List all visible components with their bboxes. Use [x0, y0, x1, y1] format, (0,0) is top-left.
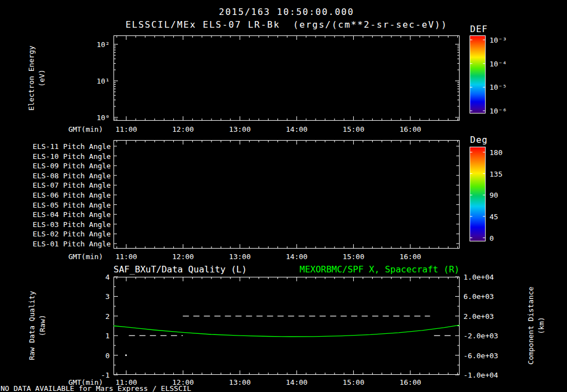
x-tick-label: 13:00 [229, 378, 251, 386]
energy-tick-labels: 10²10¹10⁰ [72, 35, 110, 121]
y-tick-label: ELS-10 Pitch Angle [33, 152, 111, 160]
y-tick-label: 180 [489, 148, 502, 156]
y-tick-label: ELS-04 Pitch Angle [33, 210, 111, 219]
y-tick-label: 10⁰ [97, 114, 110, 122]
y-tick-label: ELS-11 Pitch Angle [33, 142, 111, 151]
pitch-row-labels: ELS-11 Pitch AngleELS-10 Pitch AngleELS-… [22, 140, 111, 249]
y-tick-label: 135 [489, 169, 502, 178]
gmt-axis-label-1: GMT(min) [55, 125, 103, 133]
pitch-angle-panel [114, 140, 460, 249]
distance-axis-label: Component Distance (km) [526, 287, 547, 365]
def-colorbar [470, 35, 486, 114]
quality-distance-panel [114, 277, 460, 375]
y-tick-label: 0 [105, 351, 110, 359]
x-tick-label: 11:00 [115, 252, 137, 261]
y-tick-label: 3 [105, 292, 110, 301]
y-tick-label: -1.0e+04 [463, 371, 498, 379]
y-tick-label: 10⁻³ [489, 36, 507, 44]
gmt-axis-label-2: GMT(min) [55, 252, 103, 261]
x-tick-label: 14:00 [286, 125, 307, 133]
def-colorbar-frame [470, 35, 486, 114]
x-tick-label: 13:00 [229, 125, 251, 133]
deg-colorbar-frame [470, 147, 486, 241]
y-tick-label: 4 [105, 273, 110, 281]
distance-tick-labels: 1.0e+046.0e+032.0e+03-2.0e+03-6.0e+03-1.… [463, 277, 503, 375]
deg-colorbar-tick-labels: 18013590450 [489, 147, 524, 241]
right-series-title: MEXORBMC/SPF X, Spacecraft (R) [300, 264, 460, 275]
plot-title: ELSSCIL/MEx ELS-07 LR-Bk (ergs/(cm**2-sr… [114, 19, 460, 30]
quality-tick-labels: 43210-1 [83, 277, 110, 375]
left-series-title: SAF_BXuT/Data Quality (L) [114, 264, 247, 275]
def-colorbar-title: DEF [470, 24, 488, 34]
x-tick-label: 11:00 [115, 125, 137, 133]
bottom-panel-titles: SAF_BXuT/Data Quality (L) MEXORBMC/SPF X… [114, 264, 460, 275]
quality-axis-label: Raw Data Quality (Raw) [27, 291, 48, 360]
y-tick-label: 10¹ [97, 77, 110, 85]
x-tick-label: 16:00 [399, 125, 421, 133]
y-tick-label: 10⁻⁵ [489, 83, 507, 91]
y-tick-label: ELS-06 Pitch Angle [33, 191, 111, 199]
x-tick-label: 15:00 [343, 252, 364, 261]
y-tick-label: ELS-09 Pitch Angle [33, 162, 111, 170]
y-tick-label: 10⁻⁶ [489, 107, 507, 115]
y-tick-label: -6.0e+03 [463, 351, 498, 359]
x-tick-label: 12:00 [172, 252, 194, 261]
energy-axis-label: Electron Energy (eV) [27, 45, 48, 110]
x-tick-label: 16:00 [399, 378, 421, 386]
energy-spectrogram-panel [114, 35, 460, 121]
y-tick-label: ELS-08 Pitch Angle [33, 171, 111, 179]
time-tick-labels-1: 11:0012:0013:0014:0015:0016:00 [114, 125, 460, 133]
y-tick-label: 1 [105, 332, 110, 340]
time-tick-labels-2: 11:0012:0013:0014:0015:0016:00 [114, 252, 460, 261]
y-tick-label: 2.0e+03 [463, 312, 494, 320]
x-tick-label: 15:00 [343, 125, 364, 133]
y-tick-label: ELS-02 Pitch Angle [33, 230, 111, 238]
y-tick-label: 1.0e+04 [463, 273, 494, 281]
y-tick-label: 0 [489, 234, 494, 242]
plot-window: 2015/163 10:50:00.000 ELSSCIL/MEx ELS-07… [0, 0, 567, 392]
y-tick-label: 6.0e+03 [463, 292, 494, 301]
y-tick-label: -2.0e+03 [463, 332, 498, 340]
status-message: NO DATA AVAILABLE for Mars Express / ELS… [1, 384, 191, 392]
y-tick-label: ELS-03 Pitch Angle [33, 220, 111, 228]
y-tick-label: 90 [489, 191, 498, 199]
deg-colorbar [470, 147, 486, 241]
def-colorbar-tick-labels: 10⁻³10⁻⁴10⁻⁵10⁻⁶ [489, 35, 524, 114]
x-tick-label: 13:00 [229, 252, 251, 261]
y-tick-label: 45 [489, 212, 498, 220]
y-tick-label: 10² [97, 40, 110, 49]
x-tick-label: 14:00 [286, 252, 307, 261]
y-tick-label: ELS-07 Pitch Angle [33, 181, 111, 189]
x-tick-label: 12:00 [172, 125, 194, 133]
x-tick-label: 14:00 [286, 378, 307, 386]
y-tick-label: ELS-01 Pitch Angle [33, 240, 111, 248]
timestamp-title: 2015/163 10:50:00.000 [114, 7, 460, 17]
x-tick-label: 15:00 [343, 378, 364, 386]
deg-colorbar-title: Deg [470, 135, 488, 145]
y-tick-label: 10⁻⁴ [489, 59, 507, 68]
y-tick-label: ELS-05 Pitch Angle [33, 200, 111, 209]
y-tick-label: 2 [105, 312, 110, 320]
x-tick-label: 16:00 [399, 252, 421, 261]
